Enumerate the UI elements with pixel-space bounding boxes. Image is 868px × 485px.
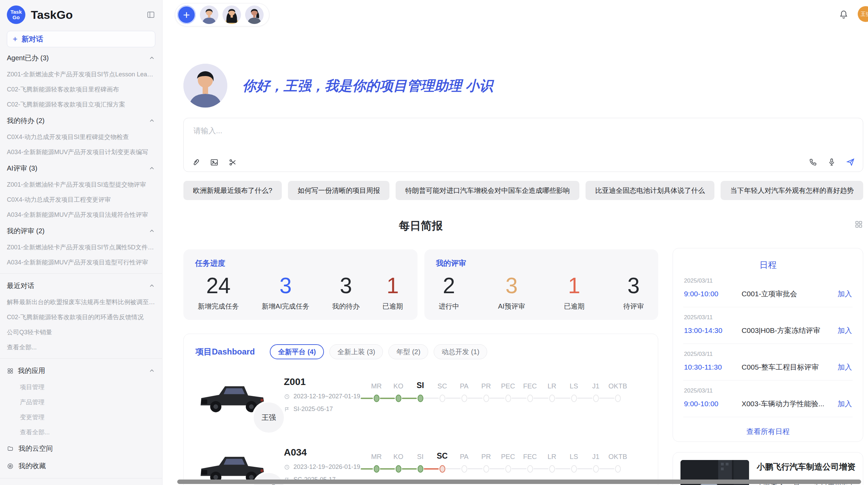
sidebar-app-item[interactable]: 变更管理	[0, 410, 162, 425]
schedule-event: 2025/03/11 13:00-14:30 C003|H0B-方案冻结评审 加…	[683, 307, 853, 344]
project-row: 王强 A034 2023-12-19~2026-01-19 SC-2025-05…	[195, 446, 646, 485]
sidebar-group-title: 我的待办 (2)	[7, 116, 45, 125]
view-all-schedule-link[interactable]: 查看所有日程	[683, 427, 853, 436]
sidebar-item[interactable]: A034-全新新能源MUV产品开发项目造型可行性评审	[0, 255, 162, 270]
suggestion-chips: 欧洲新规最近颁布了什么?如何写一份清晰的项目周报特朗普可能对进口汽车增税会对中国…	[183, 181, 863, 200]
milestone-connector	[468, 398, 483, 399]
flag-icon	[284, 406, 290, 412]
user-avatar[interactable]: 王强	[858, 6, 868, 22]
clock-icon	[284, 464, 290, 470]
sidebar-item-cloud-space[interactable]: 我的云空间	[0, 440, 162, 457]
chevron-up-icon	[148, 117, 155, 124]
suggestion-chip[interactable]: 欧洲新规最近颁布了什么?	[183, 181, 282, 200]
recent-chats-header[interactable]: 最近对话	[0, 277, 162, 295]
agent-avatar[interactable]	[245, 5, 264, 24]
sidebar-group-header[interactable]: 我的评审 (2)	[0, 222, 162, 240]
notification-bell-icon[interactable]	[839, 9, 849, 19]
sidebar-item[interactable]: Z001-全新燃油轻卡产品开发项目SI节点属性5D文件评审	[0, 240, 162, 255]
milestone[interactable]: OKTB	[607, 378, 629, 402]
stat-label: 已逾期	[564, 302, 584, 311]
milestone-dot	[439, 395, 445, 402]
sidebar-collapse-icon[interactable]	[146, 10, 155, 19]
divider	[0, 358, 162, 359]
milestone-connector	[361, 468, 373, 470]
agent-avatar[interactable]	[222, 5, 241, 24]
event-join-link[interactable]: 加入	[837, 326, 852, 335]
milestone-dot	[527, 395, 533, 402]
sidebar-item[interactable]: 公司Q3轻卡销量	[0, 325, 162, 340]
chat-input[interactable]	[193, 125, 855, 153]
sidebar-group-header[interactable]: Agent已办 (3)	[0, 49, 162, 67]
milestone-label: LS	[570, 448, 578, 461]
sidebar-item[interactable]: Z001-全新燃油皮卡产品开发项目SI节点Lesson Learn报告	[0, 67, 162, 82]
milestone-label: LR	[547, 378, 556, 390]
milestone-dot	[483, 395, 489, 402]
milestone-label: PA	[460, 448, 468, 461]
divider	[0, 478, 162, 478]
stat-card-title: 任务进度	[195, 258, 406, 269]
sidebar-item[interactable]: A034-全新新能源MUV产品开发项目法规符合性评审	[0, 207, 162, 222]
chevron-up-icon	[148, 55, 155, 62]
sidebar-item[interactable]: C0X4-动力总成开发项目SI里程碑提交物检查	[0, 129, 162, 145]
dashboard-filter-tab[interactable]: 动总开发 (1)	[434, 344, 487, 359]
suggestion-chip[interactable]: 如何写一份清晰的项目周报	[288, 181, 389, 200]
dashboard-filter-tab[interactable]: 年型 (2)	[388, 344, 428, 359]
send-icon[interactable]	[846, 157, 855, 167]
event-name[interactable]: X003-车辆动力学性能验...	[742, 399, 837, 409]
sidebar-item[interactable]: C02-飞腾新能源轻客改款项目立项汇报方案	[0, 97, 162, 112]
milestone-dot	[418, 395, 423, 402]
milestone-connector	[402, 468, 417, 470]
sidebar-app-item[interactable]: 产品管理	[0, 395, 162, 410]
milestone-connector	[533, 468, 548, 469]
event-join-link[interactable]: 加入	[837, 362, 852, 372]
horizontal-scrollbar[interactable]	[177, 480, 861, 484]
milestone-label: J1	[592, 378, 599, 390]
event-join-link[interactable]: 加入	[837, 399, 852, 409]
stat-value: 1	[387, 270, 399, 302]
event-join-link[interactable]: 加入	[837, 289, 852, 299]
sidebar-app-item[interactable]: 查看全部...	[0, 425, 162, 440]
milestone-connector	[361, 398, 373, 399]
sidebar-item[interactable]: A034-全新新能源MUV产品开发项目计划变更表编写	[0, 145, 162, 160]
suggestion-chip[interactable]: 当下年轻人对汽车外观有怎样的喜好趋势	[721, 181, 863, 200]
milestone-label: MR	[371, 448, 382, 461]
scissors-icon[interactable]	[228, 158, 237, 167]
sidebar-item[interactable]: 解释最新出台的欧盟报废车法规再生塑料比例被调至15%...	[0, 295, 162, 310]
star-circle-icon	[7, 463, 14, 470]
milestone-dot	[374, 395, 379, 402]
attachment-icon[interactable]	[191, 158, 200, 167]
agent-avatar[interactable]	[200, 5, 218, 24]
project-code[interactable]: A034	[284, 447, 365, 458]
microphone-icon[interactable]	[827, 158, 836, 166]
milestone-label: SI	[417, 378, 424, 390]
sidebar-group-header[interactable]: AI评审 (3)	[0, 160, 162, 177]
sidebar-item-favorites[interactable]: 我的收藏	[0, 457, 162, 475]
event-name[interactable]: C005-整车工程目标评审	[742, 362, 837, 372]
milestone-connector	[424, 468, 439, 470]
image-icon[interactable]	[210, 158, 219, 167]
project-owner-avatar[interactable]: 王强	[254, 402, 284, 433]
sidebar-item[interactable]: C02-飞腾新能源轻客改款项目里程碑画布	[0, 82, 162, 97]
sidebar-item[interactable]: Z001-全新燃油轻卡产品开发项目SI造型提交物评审	[0, 177, 162, 192]
project-info: A034 2023-12-19~2026-01-19 SC-2025-05-17	[284, 446, 365, 483]
suggestion-chip[interactable]: 特朗普可能对进口汽车增税会对中国车企造成哪些影响	[396, 181, 579, 200]
sidebar-app-item[interactable]: 项目管理	[0, 380, 162, 395]
sidebar-item[interactable]: 查看全部...	[0, 340, 162, 355]
my-apps-header[interactable]: 我的应用	[0, 362, 162, 380]
sidebar-item[interactable]: C0X4-动力总成开发项目工程变更评审	[0, 192, 162, 207]
dashboard-filter-tab[interactable]: 全新上装 (3)	[329, 344, 383, 359]
project-code[interactable]: Z001	[284, 376, 365, 387]
event-name[interactable]: C001-立项审批会	[742, 289, 837, 299]
new-chat-button[interactable]: + 新对话	[7, 31, 155, 47]
milestone[interactable]: OKTB	[607, 448, 629, 473]
phone-icon[interactable]	[809, 158, 818, 166]
dashboard-filter-tab[interactable]: 全新平台 (4)	[270, 344, 324, 359]
add-agent-button[interactable]: +	[177, 5, 196, 24]
suggestion-chip[interactable]: 比亚迪全固态电池计划具体说了什么	[586, 181, 714, 200]
briefing-grid-icon[interactable]	[854, 220, 863, 229]
sidebar-item[interactable]: C02-飞腾新能源轻客改款项目的闭环通告反馈情况	[0, 310, 162, 325]
dashboard-tabs: 全新平台 (4)全新上装 (3)年型 (2)动总开发 (1)	[270, 344, 487, 359]
event-name[interactable]: C003|H0B-方案冻结评审	[742, 326, 837, 335]
sidebar-group-header[interactable]: 我的待办 (2)	[0, 112, 162, 129]
sidebar-item-ai-staff[interactable]: AI超级员工	[0, 482, 162, 485]
